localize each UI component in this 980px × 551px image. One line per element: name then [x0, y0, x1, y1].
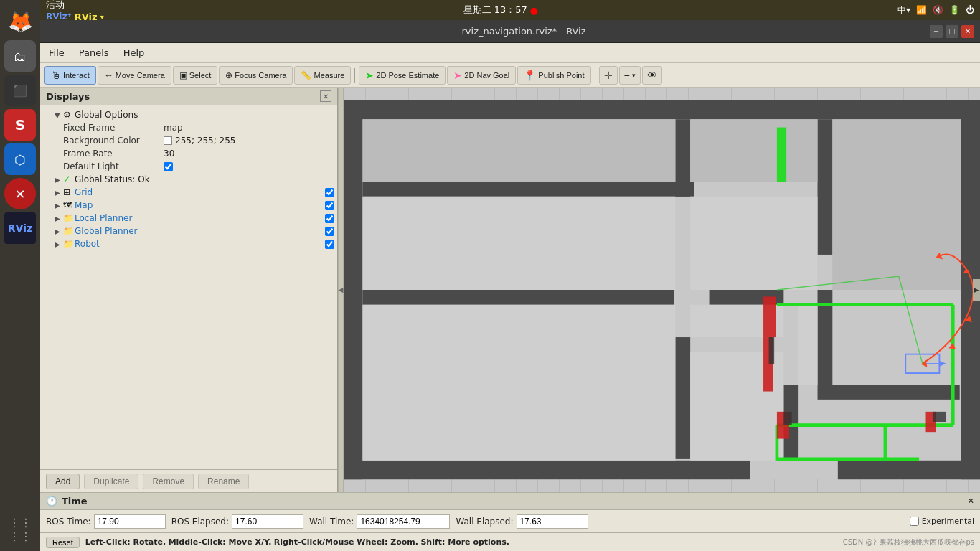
pose-estimate-button[interactable]: ➤ 2D Pose Estimate [359, 66, 446, 85]
duplicate-button[interactable]: Duplicate [84, 474, 138, 489]
taskbar-terminal[interactable]: ⬛ [4, 75, 36, 106]
global-status-row[interactable]: ▶ ✓ Global Status: Ok [40, 173, 337, 186]
svg-rect-24 [798, 305, 817, 385]
activities-label[interactable]: 活动 [46, 0, 65, 10]
bg-color-value[interactable]: 255; 255; 255 [164, 136, 235, 146]
fixed-frame-row: Fixed Frame map [40, 121, 337, 134]
grid-row[interactable]: ▶ ⊞ Grid [40, 186, 337, 199]
taskbar-firefox[interactable]: 🦊 [4, 6, 36, 37]
color-swatch [164, 136, 172, 145]
ros-elapsed-input[interactable] [232, 514, 303, 529]
tree-expand-grid[interactable]: ▶ [55, 189, 63, 197]
svg-rect-5 [838, 461, 980, 479]
rename-button[interactable]: Rename [198, 474, 249, 489]
local-planner-label: Local Planner [75, 213, 325, 223]
nav-goal-icon: ➤ [453, 70, 462, 81]
global-planner-row[interactable]: ▶ 📁 Global Planner [40, 225, 337, 237]
app-container: 活动 RViz⁺ RViz ▾ 星期二 13：57 ● 中▾ 📶 🔇 🔋 ⏻ r… [40, 0, 980, 551]
sidebar-close-button[interactable]: ✕ [320, 90, 331, 102]
viewport[interactable]: ▶ [344, 88, 980, 492]
taskbar-editor[interactable]: S [4, 109, 36, 141]
tree-expand-global-planner[interactable]: ▶ [55, 227, 63, 235]
taskbar-settings[interactable]: ✕ [4, 178, 36, 209]
taskbar-rviz[interactable]: RViz [4, 212, 36, 244]
lang-indicator[interactable]: 中▾ [897, 4, 910, 17]
robot-checkbox[interactable] [325, 240, 334, 249]
svg-rect-18 [832, 119, 961, 290]
add-button[interactable]: Add [46, 474, 80, 489]
maximize-button[interactable]: □ [946, 25, 958, 38]
map-checkbox[interactable] [325, 201, 334, 210]
experimental-label: Experimental [922, 517, 974, 526]
svg-rect-10 [362, 290, 674, 305]
power-icon: 🔋 [949, 5, 960, 15]
pose-icon: ➤ [365, 70, 374, 81]
topbar-clock: 星期二 13：57 ● [463, 4, 539, 17]
status-ok-icon: ✓ [63, 174, 75, 184]
local-planner-row[interactable]: ▶ 📁 Local Planner [40, 212, 337, 225]
tree-expand-global[interactable]: ▼ [55, 111, 63, 119]
subtract-button[interactable]: − ▾ [619, 66, 641, 85]
grid-checkbox[interactable] [325, 188, 334, 197]
map-row[interactable]: ▶ 🗺 Map [40, 199, 337, 212]
wall-time-input[interactable] [357, 514, 450, 529]
measure-button[interactable]: 📏 Measure [294, 66, 351, 85]
add-axis-button[interactable]: ✛ [599, 66, 618, 85]
minimize-button[interactable]: ─ [930, 25, 943, 38]
measure-icon: 📏 [301, 70, 311, 80]
wall-elapsed-input[interactable] [517, 514, 588, 529]
map-icon: 🗺 [63, 200, 75, 210]
default-light-row: Default Light [40, 160, 337, 173]
svg-rect-4 [344, 461, 750, 479]
taskbar-vscode[interactable]: ⬡ [4, 143, 36, 175]
svg-rect-21 [362, 305, 675, 461]
svg-rect-31 [769, 337, 775, 364]
experimental-section: Experimental [910, 517, 974, 526]
tree-expand-status[interactable]: ▶ [55, 176, 63, 184]
bottom-buttons: Add Duplicate Remove Rename [40, 469, 337, 492]
taskbar-app-grid[interactable]: ⋮⋮⋮⋮ [4, 514, 36, 545]
publish-point-button[interactable]: 📍 Publish Point [517, 66, 590, 85]
global-options-row[interactable]: ▼ ⚙ Global Options [40, 108, 337, 121]
move-camera-icon: ↔ [104, 70, 113, 80]
system-menu[interactable]: ⏻ [966, 5, 974, 15]
remove-button[interactable]: Remove [143, 474, 194, 489]
menu-file[interactable]: File [46, 46, 67, 60]
tree-expand-map[interactable]: ▶ [55, 202, 63, 209]
taskbar-files[interactable]: 🗂 [4, 40, 36, 72]
move-camera-button[interactable]: ↔ Move Camera [98, 66, 171, 85]
close-button[interactable]: ✕ [961, 25, 974, 38]
time-panel-close[interactable]: ✕ [968, 496, 974, 506]
default-light-checkbox[interactable] [164, 162, 173, 171]
reset-button[interactable]: Reset [46, 537, 80, 548]
left-click-hint: Left-Click: Rotate. [85, 537, 166, 547]
nav-goal-button[interactable]: ➤ 2D Nav Goal [447, 66, 516, 85]
menu-help[interactable]: Help [121, 46, 148, 60]
wifi-icon: 📶 [916, 5, 927, 15]
viewport-right-handle[interactable]: ▶ [973, 279, 980, 301]
experimental-checkbox[interactable] [910, 517, 919, 526]
svg-rect-7 [675, 119, 690, 197]
sidebar-divider[interactable]: ◀ [338, 88, 344, 492]
local-planner-checkbox[interactable] [325, 214, 334, 223]
ros-elapsed-section: ROS Elapsed: [171, 514, 303, 529]
robot-row[interactable]: ▶ 📁 Robot [40, 237, 337, 250]
svg-rect-2 [344, 100, 362, 479]
ros-time-input[interactable] [94, 514, 166, 529]
focus-camera-button[interactable]: ⊕ Focus Camera [219, 66, 293, 85]
wall-elapsed-section: Wall Elapsed: [456, 514, 588, 529]
interact-button[interactable]: 🖱 Interact [44, 66, 96, 85]
tree-expand-robot[interactable]: ▶ [55, 240, 63, 248]
frame-rate-value[interactable]: 30 [164, 149, 174, 159]
frame-rate-label: Frame Rate [63, 149, 164, 159]
menu-panels[interactable]: Panels [76, 46, 112, 60]
tree-expand-local-planner[interactable]: ▶ [55, 215, 63, 222]
view-button[interactable]: 👁 [642, 66, 662, 85]
svg-rect-20 [690, 197, 817, 290]
select-button[interactable]: ▣ Select [173, 66, 218, 85]
app-menu-arrow[interactable]: ▾ [100, 13, 104, 21]
svg-rect-36 [777, 128, 786, 182]
focus-icon: ⊕ [225, 70, 232, 80]
fixed-frame-value[interactable]: map [164, 123, 183, 133]
global-planner-checkbox[interactable] [325, 227, 334, 236]
